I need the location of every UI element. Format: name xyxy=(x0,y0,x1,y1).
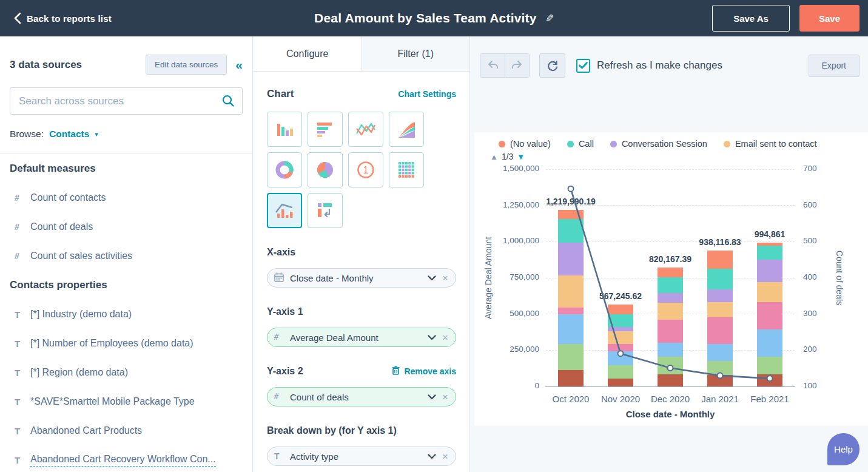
y1-tick-label: 1,000,000 xyxy=(479,236,539,245)
line-chart-icon xyxy=(355,120,377,138)
chevron-down-icon[interactable]: ▾ xyxy=(95,130,98,138)
remove-field-icon[interactable]: × xyxy=(442,332,448,343)
field-list-item[interactable]: TAbandoned Cart Recovery Workflow Con... xyxy=(10,445,243,472)
save-button[interactable]: Save xyxy=(799,5,860,32)
legend-page-up-icon[interactable]: ▲ xyxy=(490,152,498,161)
y-axis-1-field-pill[interactable]: # Average Deal Amount × xyxy=(267,328,456,347)
field-list-item[interactable]: #Count of deals xyxy=(10,212,243,241)
redo-button[interactable] xyxy=(505,54,529,77)
y1-tick-label: 1,250,000 xyxy=(479,200,539,209)
y2-tick-label: 700 xyxy=(803,164,839,173)
refresh-checkbox[interactable] xyxy=(576,59,590,73)
legend-item[interactable]: Email sent to contact xyxy=(724,139,817,149)
legend-item[interactable]: Call xyxy=(567,139,594,149)
help-button[interactable]: Help xyxy=(827,433,860,465)
chart-type-summary-tile[interactable]: 1 xyxy=(348,152,383,187)
chart-type-donut-tile[interactable] xyxy=(267,152,302,187)
x-axis-field-pill[interactable]: Close date - Monthly × xyxy=(267,268,456,288)
chart-type-combo-tile[interactable] xyxy=(267,193,302,228)
section-title: Contacts properties xyxy=(10,279,243,292)
divider xyxy=(0,153,252,154)
chart-type-line-tile[interactable] xyxy=(348,112,383,147)
line-marker[interactable] xyxy=(767,376,773,381)
collapse-sidebar-icon[interactable]: « xyxy=(235,58,243,71)
line-marker[interactable] xyxy=(668,365,673,371)
preview-toolbar: Refresh as I make changes Export xyxy=(480,53,860,78)
field-label: Abandoned Cart Recovery Workflow Con... xyxy=(30,454,216,467)
chart-type-area-tile[interactable] xyxy=(389,112,424,147)
breakdown-field-pill[interactable]: T Activity type × xyxy=(267,447,456,466)
remove-field-icon[interactable]: × xyxy=(442,273,448,283)
bar-chart-icon xyxy=(315,119,335,140)
edit-title-pencil-icon[interactable]: ✎ xyxy=(545,12,554,25)
line-marker[interactable] xyxy=(618,351,624,356)
legend-label: (No value) xyxy=(510,139,551,149)
chart-type-pie-tile[interactable] xyxy=(308,152,343,187)
report-title: Deal Amount by Sales Team Activity xyxy=(314,11,537,25)
chart-type-bar-tile[interactable] xyxy=(308,112,343,147)
trash-icon xyxy=(392,366,400,377)
edit-data-sources-button[interactable]: Edit data sources xyxy=(146,55,227,75)
number-field-icon: # xyxy=(10,222,30,232)
number-field-icon: # xyxy=(274,332,290,342)
remove-axis-link[interactable]: Remove axis xyxy=(392,366,456,377)
text-field-icon: T xyxy=(274,451,290,461)
field-list-item[interactable]: T[*] Region (demo data) xyxy=(10,358,243,387)
chevron-down-icon[interactable] xyxy=(428,394,436,400)
chart-type-table-tile[interactable] xyxy=(389,152,424,187)
y-axis-1-label: Y-axis 1 xyxy=(267,306,303,317)
search-icon xyxy=(221,94,235,110)
field-label: Abandoned Cart Products xyxy=(30,425,142,436)
remove-field-icon[interactable]: × xyxy=(442,451,448,462)
y1-tick-label: 750,000 xyxy=(479,272,539,282)
section-title: Default measures xyxy=(10,163,243,176)
y2-tick-label: 300 xyxy=(803,309,839,318)
legend-item[interactable]: (No value) xyxy=(499,139,551,149)
legend-page-down-icon[interactable]: ▼ xyxy=(517,152,525,161)
field-list-item[interactable]: #Count of contacts xyxy=(10,183,243,212)
configure-panel: Configure Filter (1) Chart Chart Setting… xyxy=(254,36,470,472)
field-list-item[interactable]: #Count of sales activities xyxy=(10,241,243,271)
y2-tick-label: 600 xyxy=(803,200,839,209)
y1-tick-label: 0 xyxy=(479,381,539,390)
report-builder: Back to reports list Deal Amount by Sale… xyxy=(0,0,868,472)
chart-type-column-tile[interactable] xyxy=(267,112,302,147)
tab-configure[interactable]: Configure xyxy=(254,36,362,71)
chevron-down-icon[interactable] xyxy=(428,454,436,459)
combo-chart-icon xyxy=(274,200,295,221)
field-label: [*] Region (demo data) xyxy=(30,367,128,378)
save-as-button[interactable]: Save As xyxy=(712,5,790,32)
search-sources-input[interactable] xyxy=(10,87,243,115)
chart-type-pivot-tile[interactable] xyxy=(308,193,343,228)
refresh-button[interactable] xyxy=(539,53,565,78)
line-marker[interactable] xyxy=(568,186,574,192)
field-list-item[interactable]: T[*] Industry (demo data) xyxy=(10,300,243,329)
line-marker[interactable] xyxy=(718,373,723,379)
chevron-down-icon[interactable] xyxy=(428,275,436,281)
svg-text:1: 1 xyxy=(363,165,369,175)
text-field-icon: T xyxy=(10,368,30,378)
back-to-reports-link[interactable]: Back to reports list xyxy=(13,12,112,24)
y1-tick-label: 1,500,000 xyxy=(479,164,539,173)
field-list-item[interactable]: T*SAVE*Smarttel Mobile Package Type xyxy=(10,387,243,416)
field-list-item[interactable]: T[*] Number of Employees (demo data) xyxy=(10,329,243,358)
text-field-icon: T xyxy=(10,339,30,349)
browse-label: Browse: xyxy=(10,129,44,140)
legend-item[interactable]: Conversation Session xyxy=(610,139,707,149)
browse-object-dropdown[interactable]: Contacts xyxy=(49,129,89,140)
export-button[interactable]: Export xyxy=(809,55,860,77)
undo-button[interactable] xyxy=(480,54,505,77)
chevron-down-icon[interactable] xyxy=(428,335,436,340)
remove-field-icon[interactable]: × xyxy=(442,392,448,402)
x-tick-label: Feb 2021 xyxy=(739,394,800,404)
legend-dot-icon xyxy=(610,141,617,147)
number-field-icon: # xyxy=(274,392,290,402)
text-field-icon: T xyxy=(10,397,30,407)
chart-settings-link[interactable]: Chart Settings xyxy=(398,89,456,99)
field-label: [*] Industry (demo data) xyxy=(30,309,132,320)
field-list-item[interactable]: TAbandoned Cart Products xyxy=(10,416,243,445)
y2-tick-label: 200 xyxy=(803,345,839,354)
field-label: Count of deals xyxy=(30,221,93,232)
y-axis-2-field-pill[interactable]: # Count of deals × xyxy=(267,387,456,406)
tab-filter[interactable]: Filter (1) xyxy=(362,36,470,72)
